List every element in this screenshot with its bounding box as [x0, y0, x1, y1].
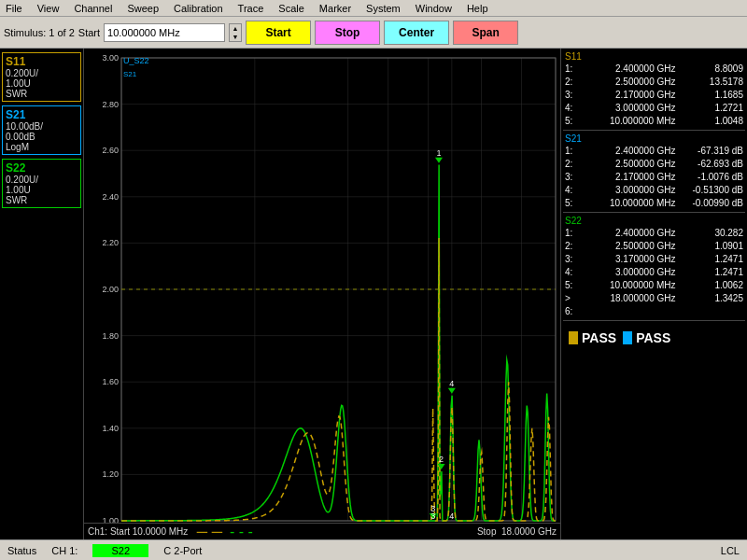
list-item: 1:2.400000 GHz-67.319 dB — [563, 145, 745, 158]
list-item: 4:3.000000 GHz1.2721 — [563, 102, 745, 115]
list-item: 4:3.000000 GHz1.2471 — [563, 266, 745, 279]
menu-view[interactable]: View — [35, 3, 62, 14]
spinner-up[interactable]: ▲ — [230, 24, 241, 33]
start-freq-label: Start — [78, 27, 100, 38]
trace-s22-val2: 1.00U — [6, 185, 78, 195]
main-content: S11 0.200U/ 1.00U SWR S21 10.00dB/ 0.00d… — [0, 49, 747, 539]
start-freq-input[interactable] — [104, 23, 225, 42]
menu-trace[interactable]: Trace — [236, 3, 266, 14]
marker-s21-header: S21 — [563, 133, 745, 145]
menu-help[interactable]: Help — [465, 3, 490, 14]
trace-s22-val3: SWR — [6, 195, 78, 205]
list-item: 3:3.170000 GHz1.2471 — [563, 253, 745, 266]
trace-s21-val3: LogM — [6, 142, 78, 152]
lcl-label: LCL — [721, 545, 740, 556]
list-item: 1:2.400000 GHz30.282 — [563, 227, 745, 240]
trace-s21-val2: 0.00dB — [6, 132, 78, 142]
ch-value: S22 — [92, 544, 148, 557]
divider-2 — [563, 212, 745, 213]
list-item: 3:2.170000 GHz-1.0076 dB — [563, 171, 745, 184]
trace-s11-val1: 0.200U/ — [6, 68, 78, 78]
stop-button[interactable]: Stop — [315, 21, 380, 45]
trace-s11: S11 0.200U/ 1.00U SWR — [2, 52, 81, 102]
marker-s22-header: S22 — [563, 215, 745, 227]
markers-s11: 1:2.400000 GHz8.80092:2.500000 GHz13.517… — [563, 63, 745, 128]
start-freq-display: 10.0000 MHz — [133, 526, 188, 537]
list-item: > 6:18.000000 GHz1.3425 — [563, 292, 745, 318]
center-button[interactable]: Center — [384, 21, 449, 45]
list-item: 2:2.500000 GHz-62.693 dB — [563, 158, 745, 171]
menu-system[interactable]: System — [364, 3, 402, 14]
trace-s21-val1: 10.00dB/ — [6, 121, 78, 132]
chart-canvas — [84, 49, 560, 539]
menu-file[interactable]: File — [4, 3, 24, 14]
menu-calibration[interactable]: Calibration — [172, 3, 225, 14]
stimulus-label: Stimulus: 1 of 2 — [4, 27, 75, 38]
list-item: 1:2.400000 GHz8.8009 — [563, 63, 745, 76]
list-item: 5:10.000000 MHz1.0062 — [563, 279, 745, 292]
trace-s21: S21 10.00dB/ 0.00dB LogM — [2, 105, 81, 155]
statusbar: Status CH 1: S22 C 2-Port LCL — [0, 539, 747, 560]
menu-marker[interactable]: Marker — [317, 3, 353, 14]
trace-s11-val2: 1.00U — [6, 78, 78, 89]
ch-label: CH 1: — [51, 545, 78, 556]
divider-1 — [563, 130, 745, 131]
markers-s21: 1:2.400000 GHz-67.319 dB2:2.500000 GHz-6… — [563, 145, 745, 210]
stop-freq-display: Stop 18.0000 GHz — [477, 526, 557, 537]
markers-s22: 1:2.400000 GHz30.2822:2.500000 GHz1.0901… — [563, 227, 745, 318]
divider-3 — [563, 320, 745, 321]
pass-color-s21 — [623, 331, 632, 344]
status-label: Status — [7, 545, 36, 556]
left-panel: S11 0.200U/ 1.00U SWR S21 10.00dB/ 0.00d… — [0, 49, 84, 539]
list-item: 4:3.000000 GHz-0.51300 dB — [563, 184, 745, 197]
trace-s22-name: S22 — [6, 161, 78, 175]
list-item: 2:2.500000 GHz13.5178 — [563, 76, 745, 89]
spinner-down[interactable]: ▼ — [230, 33, 241, 41]
port-label: C 2-Port — [163, 545, 202, 556]
chart-area: Ch1: Start 10.0000 MHz ─ ─ - - - Stop 18… — [84, 49, 560, 539]
trace-s22-val1: 0.200U/ — [6, 175, 78, 185]
menu-scale[interactable]: Scale — [276, 3, 306, 14]
start-button[interactable]: Start — [246, 21, 311, 45]
pass-color-s11 — [569, 331, 578, 344]
pass-text-s11: PASS — [582, 330, 616, 345]
menu-channel[interactable]: Channel — [72, 3, 114, 14]
list-item: 5:10.000000 MHz-0.00990 dB — [563, 197, 745, 210]
menu-window[interactable]: Window — [414, 3, 454, 14]
trace-s22: S22 0.200U/ 1.00U SWR — [2, 159, 81, 208]
menubar: File View Channel Sweep Calibration Trac… — [0, 0, 747, 17]
chart-bottom-bar: Ch1: Start 10.0000 MHz ─ ─ - - - Stop 18… — [84, 523, 560, 539]
span-button[interactable]: Span — [453, 21, 518, 45]
pass-indicators: PASS PASS — [563, 323, 745, 350]
right-panel: S11 1:2.400000 GHz8.80092:2.500000 GHz13… — [560, 49, 747, 539]
trace-s11-name: S11 — [6, 55, 78, 68]
pass-text-s21: PASS — [636, 330, 670, 345]
toolbar: Stimulus: 1 of 2 Start ▲ ▼ Start Stop Ce… — [0, 17, 747, 49]
trace-s21-name: S21 — [6, 108, 78, 121]
pass-badge-2: PASS — [623, 330, 670, 345]
freq-spinner[interactable]: ▲ ▼ — [229, 23, 242, 42]
pass-badge-1: PASS — [569, 330, 616, 345]
list-item: 3:2.170000 GHz1.1685 — [563, 89, 745, 102]
marker-s11-header: S11 — [563, 50, 745, 63]
list-item: 5:10.000000 MHz1.0048 — [563, 115, 745, 128]
menu-sweep[interactable]: Sweep — [125, 3, 161, 14]
ch1-start-label: Ch1: Start — [88, 526, 130, 537]
trace-s11-val3: SWR — [6, 89, 78, 99]
list-item: 2:2.500000 GHz1.0901 — [563, 240, 745, 253]
